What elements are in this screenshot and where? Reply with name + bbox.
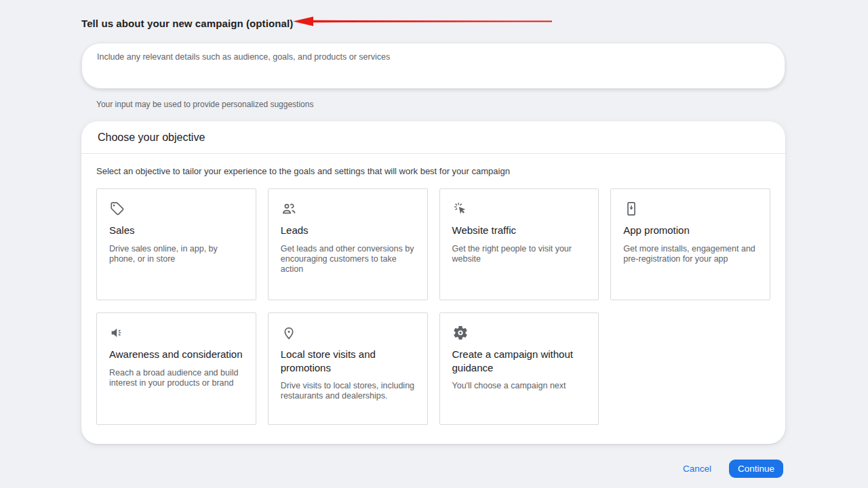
campaign-setup-page: Tell us about your new campaign (optiona…	[81, 0, 785, 478]
objective-section-title: Choose your objective	[81, 121, 785, 154]
tile-title: Local store visits and promotions	[281, 348, 415, 374]
tile-description: Get more installs, engagement and pre-re…	[623, 244, 757, 264]
objective-section-body: Select an objective to tailor your exper…	[81, 154, 785, 444]
objective-section-subtitle: Select an objective to tailor your exper…	[96, 166, 770, 176]
tag-icon	[109, 201, 125, 217]
continue-button[interactable]: Continue	[729, 460, 783, 478]
tile-title: App promotion	[623, 224, 757, 237]
tile-title: Awareness and consideration	[109, 348, 243, 361]
objective-tile-sales[interactable]: Sales Drive sales online, in app, by pho…	[96, 188, 256, 300]
tile-description: Drive visits to local stores, including …	[281, 381, 415, 401]
objective-tile-leads[interactable]: Leads Get leads and other conversions by…	[268, 188, 428, 300]
objective-tile-awareness[interactable]: Awareness and consideration Reach a broa…	[96, 312, 256, 425]
objective-grid: Sales Drive sales online, in app, by pho…	[96, 188, 770, 425]
objective-tile-no-guidance[interactable]: Create a campaign without guidance You'l…	[439, 312, 599, 425]
phone-download-icon	[623, 201, 639, 217]
tile-description: Drive sales online, in app, by phone, or…	[109, 244, 243, 264]
input-helper-text: Your input may be used to provide person…	[96, 100, 785, 109]
tile-description: Reach a broad audience and build interes…	[109, 368, 243, 388]
tile-description: Get the right people to visit your websi…	[452, 244, 587, 264]
tile-title: Website traffic	[452, 224, 587, 237]
tile-description: Get leads and other conversions by encou…	[281, 244, 415, 274]
page-title: Tell us about your new campaign (optiona…	[81, 0, 785, 29]
campaign-details-input-card	[81, 43, 785, 89]
tile-title: Leads	[281, 224, 415, 237]
objective-tile-app-promotion[interactable]: App promotion Get more installs, engagem…	[610, 188, 770, 300]
tile-title: Sales	[109, 224, 243, 237]
gear-icon	[452, 325, 469, 341]
objective-tile-local-store[interactable]: Local store visits and promotions Drive …	[268, 312, 428, 425]
footer-actions: Cancel Continue	[81, 460, 785, 478]
tile-description: You'll choose a campaign next	[452, 381, 587, 391]
cursor-click-icon	[452, 201, 469, 217]
cancel-button[interactable]: Cancel	[683, 464, 711, 474]
choose-objective-card: Choose your objective Select an objectiv…	[81, 121, 785, 444]
people-icon	[281, 201, 297, 217]
megaphone-icon	[109, 325, 125, 341]
campaign-details-input[interactable]	[82, 43, 785, 88]
location-pin-icon	[281, 325, 297, 341]
tile-title: Create a campaign without guidance	[452, 348, 587, 374]
objective-tile-website-traffic[interactable]: Website traffic Get the right people to …	[439, 188, 599, 300]
